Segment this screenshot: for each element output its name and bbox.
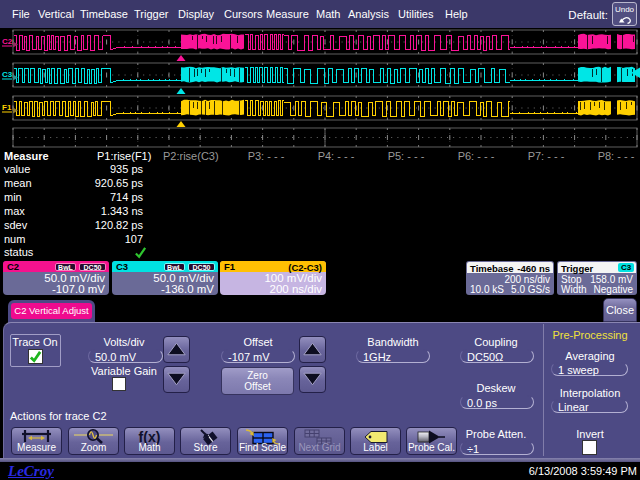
svg-text:C2: C2 <box>2 37 13 46</box>
svg-text:F1: F1 <box>2 103 12 112</box>
svg-text:C3: C3 <box>2 70 13 79</box>
